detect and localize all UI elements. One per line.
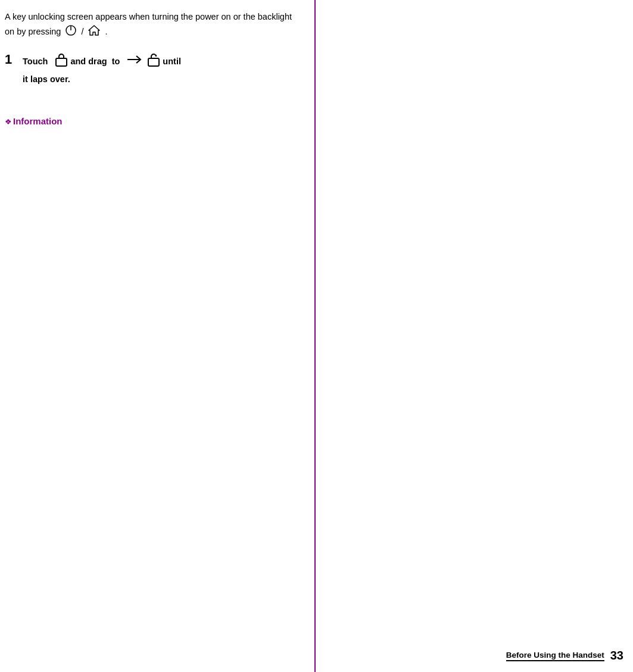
- power-button-icon: [65, 24, 77, 40]
- step-block-1: 1 Touch and drag to: [5, 52, 303, 86]
- page-container: A key unlocking screen appears when turn…: [0, 0, 633, 672]
- step-line1: Touch and drag to: [23, 52, 303, 71]
- step-content-1: Touch and drag to: [23, 52, 303, 86]
- icon-separator: /: [81, 27, 83, 36]
- intro-text: A key unlocking screen appears when turn…: [5, 12, 292, 36]
- step-word-touch: Touch: [23, 55, 48, 68]
- step-number-1: 1: [5, 52, 23, 67]
- step-line2: it laps over.: [23, 73, 303, 86]
- step-word-until: until: [163, 55, 181, 68]
- right-column: [316, 0, 633, 672]
- information-label: Information: [13, 116, 63, 126]
- home-button-icon: [88, 24, 101, 41]
- diamond-icon: ❖: [5, 117, 12, 126]
- intro-paragraph: A key unlocking screen appears when turn…: [5, 11, 303, 41]
- arrow-right-icon: [126, 54, 143, 69]
- page-number: 33: [610, 649, 623, 662]
- step-text-1: Touch and drag to: [23, 52, 303, 86]
- step-word-and-drag: and drag: [70, 55, 107, 68]
- lock-open-icon: [146, 52, 161, 71]
- footer-text: Before Using the Handset: [506, 651, 604, 661]
- step-word-to: to: [112, 55, 120, 68]
- svg-rect-3: [56, 58, 67, 66]
- information-section: ❖Information: [5, 116, 303, 126]
- left-column: A key unlocking screen appears when turn…: [0, 0, 316, 672]
- page-footer: Before Using the Handset 33: [506, 649, 623, 662]
- svg-marker-2: [89, 26, 99, 35]
- lock-closed-icon: [54, 52, 68, 71]
- svg-rect-5: [148, 58, 159, 66]
- intro-period: .: [105, 27, 107, 36]
